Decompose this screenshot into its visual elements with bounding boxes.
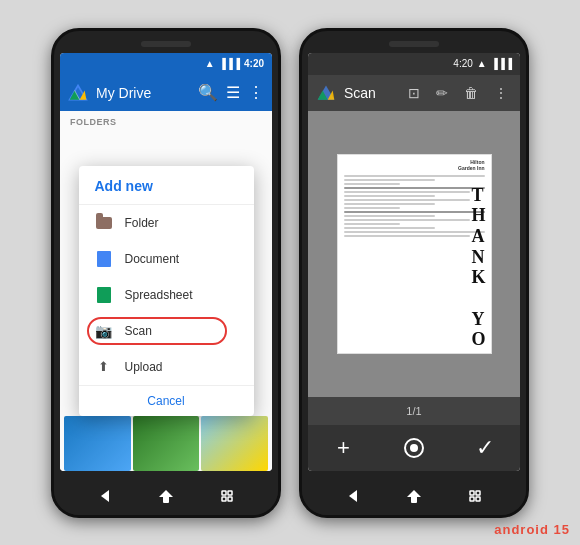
wifi-icon: ▲ <box>205 58 215 69</box>
menu-item-upload[interactable]: ⬆ Upload <box>79 349 254 385</box>
menu-item-folder[interactable]: Folder <box>79 205 254 241</box>
doc-line <box>344 207 400 209</box>
phone-1-screen: ▲ ▐▐▐ 4:20 My Drive 🔍 ☰ <box>60 53 272 471</box>
svg-rect-6 <box>163 496 169 503</box>
phone2-home-icon[interactable] <box>403 485 425 507</box>
doc-line <box>344 231 485 233</box>
svg-marker-17 <box>349 490 357 502</box>
delete-icon[interactable]: 🗑 <box>460 83 482 103</box>
scanned-document: HiltonGarden Inn <box>337 154 492 354</box>
page-container: ▲ ▐▐▐ 4:20 My Drive 🔍 ☰ <box>0 0 580 545</box>
scan-toolbar: + ✓ <box>308 425 520 471</box>
phone1-nav-bar <box>54 477 278 515</box>
cancel-button[interactable]: Cancel <box>79 385 254 416</box>
doc-line <box>344 191 471 193</box>
recent-icon[interactable] <box>216 485 238 507</box>
doc-line <box>344 235 471 237</box>
rescan-button[interactable] <box>394 428 434 468</box>
drive-logo-2 <box>316 84 336 102</box>
drive-content: FOLDERS Add new <box>60 111 272 471</box>
confirm-button[interactable]: ✓ <box>465 428 505 468</box>
svg-rect-11 <box>228 497 232 501</box>
list-icon[interactable]: ☰ <box>226 83 240 102</box>
svg-marker-7 <box>159 490 173 497</box>
add-page-button[interactable]: + <box>323 428 363 468</box>
menu-item-spreadsheet[interactable]: Spreadsheet <box>79 277 254 313</box>
doc-line <box>344 203 436 205</box>
svg-marker-5 <box>101 490 109 502</box>
phone2-app-bar: Scan ⊡ ✏ 🗑 ⋮ <box>308 75 520 111</box>
home-icon[interactable] <box>155 485 177 507</box>
scan-label: Scan <box>125 324 152 338</box>
svg-rect-23 <box>476 497 480 501</box>
phone2-wifi-icon: ▲ <box>477 58 487 69</box>
phone-2-screen: 4:20 ▲ ▐▐▐ Scan ⊡ ✏ 🗑 ⋮ <box>308 53 520 471</box>
doc-line <box>344 187 485 189</box>
svg-rect-8 <box>222 491 226 495</box>
spreadsheet-icon <box>95 286 113 304</box>
scan-content: HiltonGarden Inn <box>308 111 520 397</box>
svg-rect-10 <box>222 497 226 501</box>
add-new-dialog: Add new Folder <box>79 166 254 416</box>
menu-item-scan[interactable]: 📷 Scan <box>79 313 254 349</box>
drive-logo <box>68 84 88 102</box>
folder-label: Folder <box>125 216 159 230</box>
phone-1: ▲ ▐▐▐ 4:20 My Drive 🔍 ☰ <box>51 28 281 518</box>
upload-icon: ⬆ <box>95 358 113 376</box>
watermark: android 15 <box>494 522 570 537</box>
doc-line <box>344 211 485 213</box>
phone1-status-bar: ▲ ▐▐▐ 4:20 <box>60 53 272 75</box>
svg-rect-18 <box>411 496 417 503</box>
svg-rect-9 <box>228 491 232 495</box>
page-indicator: 1/1 <box>406 405 421 417</box>
phone2-time: 4:20 <box>453 58 472 69</box>
doc-line <box>344 223 400 225</box>
dialog-title: Add new <box>79 166 254 205</box>
back-icon[interactable] <box>94 485 116 507</box>
phone1-title: My Drive <box>96 85 190 101</box>
dialog-overlay: Add new Folder <box>60 111 272 471</box>
page-indicator-bar: 1/1 <box>308 397 520 425</box>
document-icon <box>95 250 113 268</box>
doc-line <box>344 183 400 185</box>
more-icon[interactable]: ⋮ <box>248 83 264 102</box>
doc-line <box>344 195 436 197</box>
more-icon-2[interactable]: ⋮ <box>490 83 512 103</box>
upload-label: Upload <box>125 360 163 374</box>
camera-icon: 📷 <box>95 322 113 340</box>
svg-point-16 <box>410 444 418 452</box>
doc-line <box>344 219 471 221</box>
phone2-title: Scan <box>344 85 396 101</box>
phone2-recent-icon[interactable] <box>464 485 486 507</box>
version-number: 15 <box>554 522 570 537</box>
svg-rect-20 <box>470 491 474 495</box>
signal-icon: ▐▐▐ <box>219 58 240 69</box>
doc-logo: HiltonGarden Inn <box>458 159 484 171</box>
svg-rect-22 <box>470 497 474 501</box>
doc-line <box>344 227 436 229</box>
doc-header: HiltonGarden Inn <box>344 159 485 171</box>
search-icon[interactable]: 🔍 <box>198 83 218 102</box>
phone1-app-bar: My Drive 🔍 ☰ ⋮ <box>60 75 272 111</box>
doc-content: HiltonGarden Inn <box>338 155 491 243</box>
folder-icon <box>95 214 113 232</box>
phone2-back-icon[interactable] <box>342 485 364 507</box>
edit-icon[interactable]: ✏ <box>432 83 452 103</box>
phone2-status-bar: 4:20 ▲ ▐▐▐ <box>308 53 520 75</box>
phone-2: 4:20 ▲ ▐▐▐ Scan ⊡ ✏ 🗑 ⋮ <box>299 28 529 518</box>
thankyou-text: THANKYOU <box>471 185 484 354</box>
brand-name: android <box>494 522 549 537</box>
doc-line <box>344 215 436 217</box>
crop-icon[interactable]: ⊡ <box>404 83 424 103</box>
svg-marker-19 <box>407 490 421 497</box>
spreadsheet-label: Spreadsheet <box>125 288 193 302</box>
time: 4:20 <box>244 58 264 69</box>
doc-line <box>344 179 436 181</box>
phone2-signal-icon: ▐▐▐ <box>491 58 512 69</box>
menu-item-document[interactable]: Document <box>79 241 254 277</box>
doc-line <box>344 175 485 177</box>
document-label: Document <box>125 252 180 266</box>
phone2-nav-bar <box>302 477 526 515</box>
doc-line <box>344 199 471 201</box>
svg-rect-21 <box>476 491 480 495</box>
